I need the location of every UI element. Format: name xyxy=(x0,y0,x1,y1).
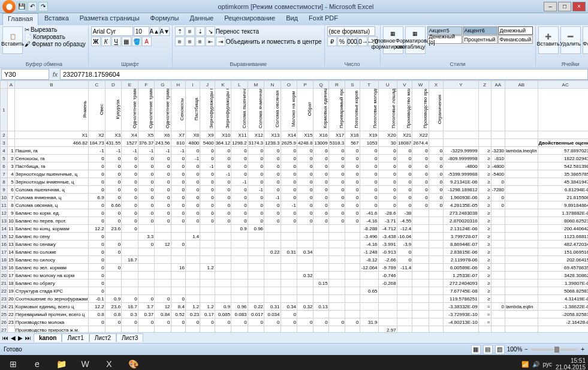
ribbon-tab-0[interactable]: Главная xyxy=(2,13,38,25)
spreadsheet[interactable]: ABCDEFGHIJKLMNOPQRSTUVWXYZAAABACAD1Ячмен… xyxy=(0,80,588,332)
col-header[interactable]: V xyxy=(397,81,412,89)
shrink-font-icon[interactable]: A▼ xyxy=(160,26,170,36)
taskbar-ie[interactable]: e xyxy=(26,356,48,370)
tray-network-icon[interactable]: 📶 xyxy=(521,361,529,368)
minimize-button[interactable]: – xyxy=(544,2,557,11)
font-family-select[interactable]: Arial Cyr xyxy=(91,26,133,36)
col-header[interactable]: J xyxy=(200,81,215,89)
col-header[interactable]: P xyxy=(297,81,313,89)
inc-dec-icon[interactable]: .0→ xyxy=(358,37,367,46)
align-right-icon[interactable]: ≡ xyxy=(195,37,205,46)
number-format-select[interactable]: (все форматы) xyxy=(327,26,375,36)
col-header[interactable]: G xyxy=(155,81,171,89)
border-icon[interactable]: ▦ xyxy=(122,37,131,46)
align-left-icon[interactable]: ≡ xyxy=(175,37,185,46)
col-header[interactable]: U xyxy=(378,81,397,89)
insert-cells-button[interactable]: ➕Вставить xyxy=(538,26,559,54)
tray-clock[interactable]: 15:51 21.04.2015 xyxy=(556,357,586,370)
taskbar-excel[interactable]: X xyxy=(98,356,120,370)
tab-nav-last[interactable]: ⏭ xyxy=(25,335,31,341)
sheet-tab-Лист2[interactable]: Лист2 xyxy=(89,333,116,342)
name-box[interactable]: Y30 xyxy=(1,69,49,80)
fx-icon[interactable]: fx xyxy=(50,71,60,78)
align-center-icon[interactable]: ≡ xyxy=(185,37,195,46)
format-painter-button[interactable]: 🖌 Формат по образцу xyxy=(25,41,86,47)
col-header[interactable]: A xyxy=(7,81,14,89)
paste-button[interactable]: 📋Вставить xyxy=(2,26,23,54)
merge-button[interactable]: Объединить и поместить в центре xyxy=(226,37,322,46)
bold-icon[interactable]: Ж xyxy=(91,37,101,46)
delete-cells-button[interactable]: ➖Удалить xyxy=(560,26,581,54)
col-header[interactable]: O xyxy=(281,81,297,89)
qat-undo[interactable]: ↶ xyxy=(28,2,37,11)
ribbon-tab-2[interactable]: Разметка страницы xyxy=(75,13,144,25)
format-table-button[interactable]: ▦Форматировать как таблицу xyxy=(405,26,426,54)
col-header[interactable]: H xyxy=(171,81,185,89)
col-header[interactable]: C xyxy=(89,81,105,89)
tab-nav-first[interactable]: ⏮ xyxy=(2,335,8,341)
tab-nav-prev[interactable]: ◀ xyxy=(11,335,16,341)
col-header[interactable]: S xyxy=(345,81,360,89)
ribbon-tab-4[interactable]: Данные xyxy=(185,13,218,25)
zoom-in[interactable]: + xyxy=(581,346,584,353)
col-header[interactable]: B xyxy=(14,81,88,89)
col-header[interactable]: F xyxy=(138,81,154,89)
col-header[interactable]: AC xyxy=(538,81,588,89)
tab-nav-next[interactable]: ▶ xyxy=(18,335,23,341)
sheet-tab-kanon[interactable]: kanon xyxy=(34,333,62,342)
view-page-icon[interactable]: ▤ xyxy=(483,345,493,354)
zoom-out[interactable]: − xyxy=(524,346,528,353)
col-header[interactable]: N xyxy=(264,81,281,89)
italic-icon[interactable]: К xyxy=(101,37,111,46)
ribbon-tab-7[interactable]: Foxit PDF xyxy=(304,13,343,25)
office-button[interactable]: ⬤ xyxy=(2,0,16,13)
format-cells-button[interactable]: ▦Формат xyxy=(583,26,588,54)
close-button[interactable]: × xyxy=(572,2,586,11)
col-header[interactable]: X xyxy=(429,81,443,89)
fill-color-icon[interactable]: 🪣 xyxy=(132,37,141,46)
ribbon-tab-5[interactable]: Рецензирование xyxy=(219,13,280,25)
view-normal-icon[interactable]: ▦ xyxy=(471,345,481,354)
col-header[interactable]: T xyxy=(360,81,378,89)
ribbon-tab-3[interactable]: Формулы xyxy=(146,13,184,25)
orientation-icon[interactable]: ↘ xyxy=(206,26,215,36)
qat-redo[interactable]: ↷ xyxy=(38,2,48,11)
taskbar-word[interactable]: W xyxy=(74,356,96,370)
style-money[interactable]: Денежный xyxy=(498,26,533,35)
tray-volume-icon[interactable]: 🔊 xyxy=(532,361,539,368)
comma-icon[interactable]: 000 xyxy=(348,37,357,46)
col-header[interactable]: Q xyxy=(313,81,328,89)
view-break-icon[interactable]: ▧ xyxy=(495,345,505,354)
style-accent6[interactable]: Акцент6 xyxy=(463,26,497,35)
maximize-button[interactable]: □ xyxy=(558,2,571,11)
wrap-text-button[interactable]: Перенос текста xyxy=(216,26,259,36)
copy-button[interactable]: 📄 Копировать xyxy=(25,34,86,40)
col-header[interactable]: E xyxy=(122,81,138,89)
col-header[interactable]: Z xyxy=(478,81,491,89)
formula-input[interactable]: 23207718.1759604 xyxy=(60,69,588,80)
taskbar-explorer[interactable]: 📁 xyxy=(50,356,72,370)
taskbar-paint[interactable]: 🎨 xyxy=(122,356,144,370)
align-top-icon[interactable]: ⇡ xyxy=(175,26,185,36)
inc-indent-icon[interactable]: ⇥ xyxy=(216,37,225,46)
col-header[interactable]: M xyxy=(248,81,264,89)
style-percent[interactable]: Процентный xyxy=(463,35,497,44)
underline-icon[interactable]: Ч xyxy=(111,37,121,46)
col-header[interactable]: W xyxy=(412,81,429,89)
style-money0[interactable]: Денежный [0] xyxy=(427,35,462,44)
col-header[interactable]: D xyxy=(105,81,121,89)
ribbon-tab-1[interactable]: Вставка xyxy=(40,13,74,25)
col-header[interactable]: R xyxy=(328,81,345,89)
col-header[interactable]: AA xyxy=(491,81,505,89)
sheet-tab-Лист3[interactable]: Лист3 xyxy=(116,333,143,342)
style-finance[interactable]: Финансовый xyxy=(498,35,533,44)
currency-icon[interactable]: ₽ xyxy=(327,37,337,46)
qat-save[interactable]: 💾 xyxy=(17,2,26,11)
col-header[interactable]: L xyxy=(231,81,248,89)
sheet-tab-Лист1[interactable]: Лист1 xyxy=(62,333,89,342)
percent-icon[interactable]: % xyxy=(337,37,347,46)
start-button[interactable]: ⊞ xyxy=(2,356,24,370)
zoom-slider[interactable] xyxy=(530,348,578,351)
col-header[interactable] xyxy=(1,81,8,89)
tray-lang[interactable]: рус xyxy=(543,361,552,368)
